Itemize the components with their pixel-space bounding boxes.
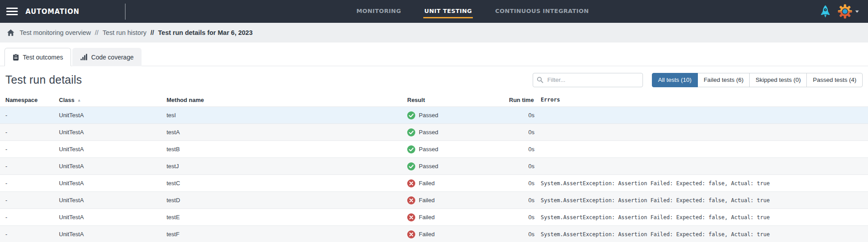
navbar-icons bbox=[820, 4, 861, 19]
failed-x-icon bbox=[407, 230, 415, 238]
home-icon[interactable] bbox=[7, 29, 15, 36]
result-label: Failed bbox=[419, 180, 434, 187]
column-header-errors[interactable]: Errors bbox=[534, 97, 868, 103]
filter-button-passed-tests-4[interactable]: Passed tests (4) bbox=[806, 73, 863, 87]
cell-namespace: - bbox=[5, 146, 59, 153]
cell-method: testA bbox=[167, 129, 407, 136]
test-filter-button-group: All tests (10)Failed tests (6)Skipped te… bbox=[652, 73, 863, 87]
cell-class: UnitTestA bbox=[59, 163, 167, 170]
cell-runtime: 0s bbox=[509, 129, 534, 136]
cell-method: testD bbox=[167, 197, 407, 204]
breadcrumb-separator: // bbox=[95, 29, 99, 36]
table-row-testa[interactable]: -UnitTestAtestA Passed0s bbox=[0, 123, 868, 140]
cell-result: Passed bbox=[407, 145, 509, 153]
result-label: Passed bbox=[419, 163, 438, 170]
cell-namespace: - bbox=[5, 112, 59, 119]
filter-button-failed-tests-6[interactable]: Failed tests (6) bbox=[697, 73, 750, 87]
search-icon bbox=[537, 76, 543, 83]
breadcrumb: Test monitoring overview//Test run histo… bbox=[0, 23, 868, 42]
table-row-testf[interactable]: -UnitTestAtestF Failed0sSystem.AssertExc… bbox=[0, 225, 868, 242]
hamburger-menu-icon[interactable] bbox=[6, 8, 18, 15]
column-header-class[interactable]: Class▲ bbox=[59, 97, 167, 103]
tab-strip: Test outcomes Code coverage bbox=[0, 48, 868, 66]
result-label: Failed bbox=[419, 231, 434, 238]
breadcrumb-separator: // bbox=[150, 29, 154, 36]
navbar-left: AUTOMATION bbox=[6, 8, 125, 16]
gear-avatar-icon bbox=[838, 4, 852, 19]
cell-result: Passed bbox=[407, 128, 509, 136]
table-row-testb[interactable]: -UnitTestAtestB Passed0s bbox=[0, 140, 868, 157]
tab-label: Code coverage bbox=[91, 54, 134, 61]
table-header-row: NamespaceClass▲Method nameResultRun time… bbox=[0, 93, 868, 106]
cell-result: Failed bbox=[407, 230, 509, 238]
cell-errors: System.AssertException: Assertion Failed… bbox=[534, 214, 868, 221]
cell-class: UnitTestA bbox=[59, 197, 167, 204]
tab-test-outcomes[interactable]: Test outcomes bbox=[4, 48, 71, 66]
cell-method: testC bbox=[167, 180, 407, 187]
title-row: Test run details All tests (10)Failed te… bbox=[0, 72, 868, 87]
failed-x-icon bbox=[407, 179, 415, 187]
tab-code-coverage[interactable]: Code coverage bbox=[72, 48, 142, 66]
table-row-teste[interactable]: -UnitTestAtestE Failed0sSystem.AssertExc… bbox=[0, 208, 868, 225]
navbar-divider bbox=[125, 4, 125, 20]
cell-runtime: 0s bbox=[509, 214, 534, 221]
table-row-testj[interactable]: -UnitTestAtestJ Passed0s bbox=[0, 157, 868, 174]
cell-runtime: 0s bbox=[509, 180, 534, 187]
column-header-namespace[interactable]: Namespace bbox=[5, 97, 59, 103]
cell-namespace: - bbox=[5, 214, 59, 221]
clipboard-icon bbox=[13, 54, 19, 61]
top-navbar: AUTOMATION MONITORINGUNIT TESTINGCONTINU… bbox=[0, 0, 868, 23]
cell-errors: System.AssertException: Assertion Failed… bbox=[534, 197, 868, 204]
filter-box bbox=[533, 73, 643, 87]
cell-result: Failed bbox=[407, 196, 509, 204]
tab-label: Test outcomes bbox=[23, 54, 63, 61]
nav-item-unit-testing[interactable]: UNIT TESTING bbox=[423, 5, 473, 18]
result-label: Failed bbox=[419, 214, 434, 221]
cell-result: Passed bbox=[407, 111, 509, 119]
cell-class: UnitTestA bbox=[59, 214, 167, 221]
cell-class: UnitTestA bbox=[59, 112, 167, 119]
user-menu[interactable] bbox=[838, 4, 859, 19]
passed-check-icon bbox=[407, 162, 415, 170]
main-navigation: MONITORINGUNIT TESTINGCONTINUOUS INTEGRA… bbox=[125, 5, 820, 18]
nav-item-monitoring[interactable]: MONITORING bbox=[355, 5, 402, 18]
cell-class: UnitTestA bbox=[59, 146, 167, 153]
cell-method: testB bbox=[167, 146, 407, 153]
result-label: Passed bbox=[419, 129, 438, 136]
cell-class: UnitTestA bbox=[59, 180, 167, 187]
toolbar: All tests (10)Failed tests (6)Skipped te… bbox=[533, 73, 863, 87]
cell-result: Failed bbox=[407, 179, 509, 187]
result-label: Passed bbox=[419, 112, 438, 119]
app-brand: AUTOMATION bbox=[25, 8, 79, 16]
filter-button-all-tests-10[interactable]: All tests (10) bbox=[652, 73, 698, 87]
filter-input[interactable] bbox=[533, 73, 643, 87]
table-body: -UnitTestAtesI Passed0s-UnitTestAtestA P… bbox=[0, 106, 868, 242]
filter-button-skipped-tests-0[interactable]: Skipped tests (0) bbox=[749, 73, 807, 87]
cell-runtime: 0s bbox=[509, 163, 534, 170]
cell-method: testE bbox=[167, 214, 407, 221]
chevron-down-icon bbox=[855, 10, 859, 13]
column-header-run-time[interactable]: Run time bbox=[509, 97, 534, 103]
nav-item-continuous-integration[interactable]: CONTINUOUS INTEGRATION bbox=[494, 5, 590, 18]
cell-namespace: - bbox=[5, 180, 59, 187]
cell-class: UnitTestA bbox=[59, 231, 167, 238]
cell-result: Failed bbox=[407, 213, 509, 221]
breadcrumb-item-test-run-history[interactable]: Test run history bbox=[103, 29, 146, 36]
cell-namespace: - bbox=[5, 197, 59, 204]
passed-check-icon bbox=[407, 145, 415, 153]
bar-chart-icon bbox=[80, 54, 88, 60]
cell-runtime: 0s bbox=[509, 146, 534, 153]
breadcrumb-item-test-monitoring-overview[interactable]: Test monitoring overview bbox=[20, 29, 91, 36]
table-row-tesi[interactable]: -UnitTestAtesI Passed0s bbox=[0, 106, 868, 123]
cell-runtime: 0s bbox=[509, 197, 534, 204]
column-header-result[interactable]: Result bbox=[407, 97, 509, 103]
failed-x-icon bbox=[407, 196, 415, 204]
cell-namespace: - bbox=[5, 163, 59, 170]
passed-check-icon bbox=[407, 128, 415, 136]
rocket-icon[interactable] bbox=[820, 5, 831, 18]
result-label: Failed bbox=[419, 197, 434, 204]
table-row-testd[interactable]: -UnitTestAtestD Failed0sSystem.AssertExc… bbox=[0, 191, 868, 208]
sort-ascending-icon: ▲ bbox=[77, 98, 81, 102]
column-header-method-name[interactable]: Method name bbox=[167, 97, 407, 103]
table-row-testc[interactable]: -UnitTestAtestC Failed0sSystem.AssertExc… bbox=[0, 174, 868, 191]
